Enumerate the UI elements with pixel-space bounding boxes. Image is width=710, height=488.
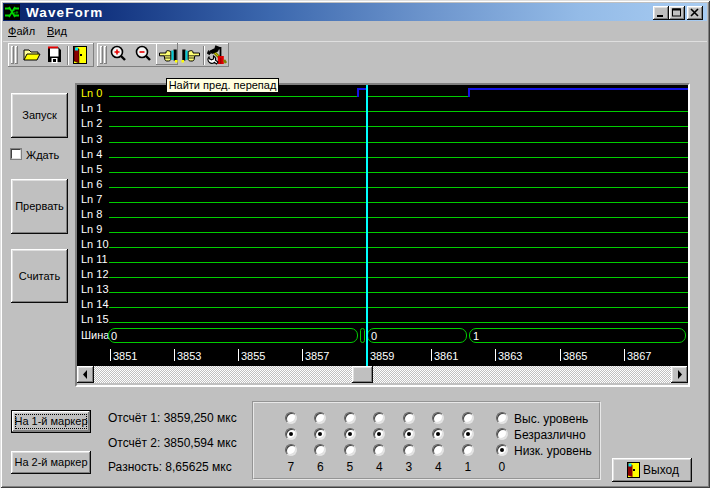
svg-text:Ge: Ge xyxy=(12,9,19,15)
